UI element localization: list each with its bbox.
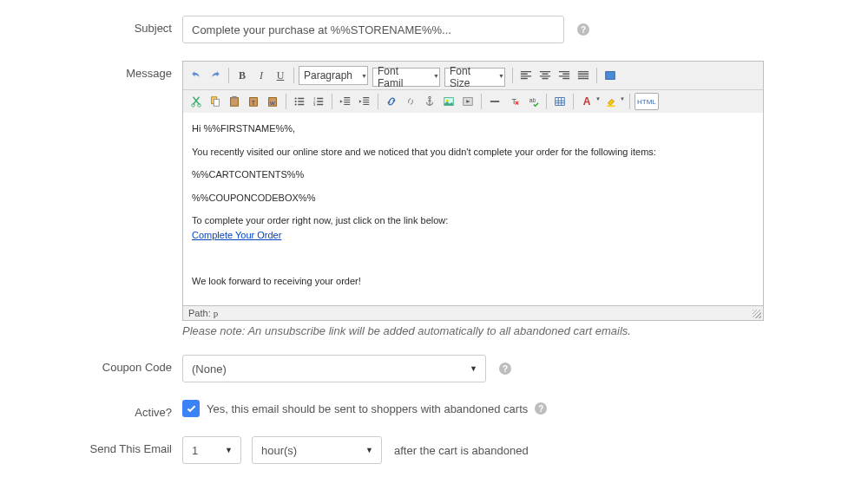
svg-rect-5 [231, 98, 239, 107]
complete-order-link[interactable]: Complete Your Order [192, 230, 281, 240]
text-color-icon[interactable]: A [578, 93, 595, 110]
svg-text:ab: ab [529, 97, 536, 103]
remove-format-icon[interactable]: T [505, 93, 523, 110]
svg-text:W: W [270, 100, 275, 106]
align-justify-icon[interactable] [575, 67, 592, 84]
svg-rect-23 [556, 98, 565, 106]
toolbar-row-1: B I U Paragraph ▼ Font Famil ▼ Font Size… [183, 62, 763, 90]
row-send-email: Send This Email 1 ▼ hour(s) ▼ after the … [0, 436, 868, 464]
align-right-icon[interactable] [556, 67, 573, 84]
row-subject: Subject ? [0, 16, 868, 43]
help-icon[interactable]: ? [577, 23, 589, 36]
row-coupon: Coupon Code (None) ▼ ? [0, 355, 868, 382]
hr-icon[interactable] [486, 93, 503, 110]
svg-point-11 [295, 97, 297, 99]
body-line-6: We look forward to receiving your order! [192, 274, 754, 289]
body-line-4: %%COUPONCODEBOX%% [192, 191, 754, 206]
body-line-2: You recently visited our online store an… [192, 145, 754, 160]
copy-icon[interactable] [207, 93, 224, 110]
coupon-select[interactable]: (None) [182, 355, 486, 382]
send-qty-select[interactable]: 1 [182, 436, 241, 464]
svg-point-17 [429, 96, 431, 99]
svg-text:T: T [252, 100, 256, 106]
active-text: Yes, this email should be sent to shoppe… [207, 402, 528, 415]
svg-rect-6 [232, 96, 236, 99]
help-icon[interactable]: ? [499, 363, 511, 375]
paste-word-icon[interactable]: W [264, 93, 281, 110]
font-size-select[interactable]: Font Size [444, 68, 505, 87]
fullscreen-icon[interactable] [602, 67, 619, 84]
svg-rect-0 [606, 72, 615, 80]
label-active: Active? [0, 400, 182, 419]
resize-grip-icon[interactable] [753, 310, 761, 318]
paste-text-icon[interactable]: T [245, 93, 262, 110]
send-unit-select[interactable]: hour(s) [252, 436, 382, 464]
unsubscribe-note: Please note: An unsubscribe link will be… [182, 324, 764, 337]
align-center-icon[interactable] [536, 67, 554, 84]
image-icon[interactable] [440, 93, 457, 110]
row-active: Active? Yes, this email should be sent t… [0, 400, 868, 419]
body-line-1: Hi %%FIRSTNAME%%, [192, 121, 754, 136]
body-line-5: To complete your order right now, just c… [192, 213, 754, 242]
body-line-3: %%CARTCONTENTS%% [192, 167, 754, 182]
font-family-select[interactable]: Font Famil [372, 68, 440, 87]
bold-icon[interactable]: B [233, 67, 251, 84]
spellcheck-icon[interactable]: ab [524, 93, 542, 110]
label-message: Message [0, 61, 182, 80]
editor-body[interactable]: Hi %%FIRSTNAME%%, You recently visited o… [182, 113, 764, 306]
link-icon[interactable] [383, 93, 400, 110]
row-message: Message B I U Paragraph [0, 61, 868, 337]
editor: B I U Paragraph ▼ Font Famil ▼ Font Size… [182, 61, 764, 337]
svg-point-13 [295, 103, 297, 105]
unlink-icon[interactable] [402, 93, 419, 110]
label-coupon: Coupon Code [0, 355, 182, 374]
table-icon[interactable] [551, 93, 569, 110]
redo-icon[interactable] [207, 67, 224, 84]
media-icon[interactable] [459, 93, 477, 110]
underline-icon[interactable]: U [272, 67, 289, 84]
editor-path-bar: Path: p [182, 306, 764, 321]
align-left-icon[interactable] [517, 67, 535, 84]
toolbar-row-2: T W 123 T ab [183, 90, 763, 113]
svg-rect-4 [214, 99, 219, 106]
html-source-icon[interactable]: HTML [635, 93, 659, 110]
bullet-list-icon[interactable] [291, 93, 308, 110]
label-send-email: Send This Email [0, 436, 182, 455]
svg-text:3: 3 [313, 102, 316, 107]
outdent-icon[interactable] [337, 93, 354, 110]
italic-icon[interactable]: I [253, 67, 270, 84]
editor-toolbar: B I U Paragraph ▼ Font Famil ▼ Font Size… [182, 61, 764, 113]
bg-color-icon[interactable] [602, 93, 620, 110]
undo-icon[interactable] [187, 67, 205, 84]
subject-input[interactable] [182, 16, 564, 43]
numbered-list-icon[interactable]: 123 [310, 93, 327, 110]
cut-icon[interactable] [187, 93, 205, 110]
paste-icon[interactable] [226, 93, 243, 110]
svg-point-12 [295, 101, 297, 102]
send-suffix: after the cart is abandoned [394, 444, 529, 457]
anchor-icon[interactable] [421, 93, 438, 110]
format-select[interactable]: Paragraph [299, 66, 368, 85]
help-icon[interactable]: ? [535, 402, 547, 415]
label-subject: Subject [0, 16, 182, 35]
svg-rect-24 [608, 105, 615, 107]
check-icon [186, 403, 197, 415]
active-checkbox[interactable] [182, 400, 200, 417]
indent-icon[interactable] [356, 93, 373, 110]
